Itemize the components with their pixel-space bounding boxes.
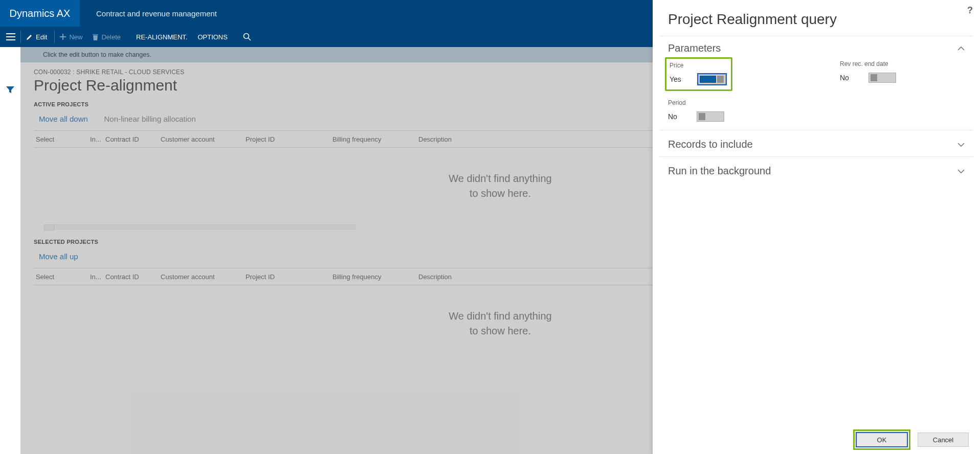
price-label: Price (670, 62, 726, 69)
revrec-label: Rev rec. end date (840, 60, 896, 67)
delete-button[interactable]: Delete (87, 27, 126, 47)
col-project[interactable]: Project ID (246, 135, 332, 143)
empty-line1: We didn't find anything (449, 310, 551, 322)
edit-button[interactable]: Edit (21, 27, 52, 47)
revrec-value: No (840, 74, 853, 82)
col-frequency[interactable]: Billing frequency (332, 273, 418, 281)
col-description[interactable]: Description (418, 135, 480, 143)
realignment-tab[interactable]: RE-ALIGNMENT. (131, 27, 192, 47)
col-customer[interactable]: Customer account (161, 135, 246, 143)
search-button[interactable] (238, 27, 256, 47)
divider (660, 156, 973, 157)
new-label: New (69, 33, 82, 41)
chevron-up-icon (957, 46, 965, 51)
filter-icon[interactable] (6, 86, 15, 94)
parameters-body: Price Yes Period No Rev (653, 58, 980, 128)
background-title: Run in the background (668, 165, 957, 177)
col-in[interactable]: In... (90, 135, 105, 143)
plus-icon (60, 34, 66, 40)
edit-label: Edit (36, 33, 47, 41)
empty-line2: to show here. (470, 325, 531, 337)
new-button[interactable]: New (55, 27, 87, 47)
trash-icon (93, 34, 98, 40)
flyout-panel: ? Project Realignment query Parameters P… (653, 0, 980, 454)
brand: Dynamics AX (0, 0, 80, 27)
nonlinear-link[interactable]: Non-linear billing allocation (104, 115, 196, 123)
flyout-title: Project Realignment query (653, 0, 980, 36)
price-toggle[interactable] (698, 74, 726, 84)
price-highlight: Price Yes (665, 57, 732, 91)
col-frequency[interactable]: Billing frequency (332, 135, 418, 143)
search-icon (243, 33, 251, 41)
parameters-title: Parameters (668, 42, 957, 54)
info-text: Click the edit button to make changes. (43, 51, 151, 58)
hamburger-icon[interactable] (3, 27, 18, 47)
col-contract[interactable]: Contract ID (105, 135, 161, 143)
revrec-param: Rev rec. end date No (840, 60, 896, 83)
chevron-down-icon (957, 142, 965, 147)
module-title: Contract and revenue management (80, 9, 217, 18)
price-param: Price Yes (670, 62, 726, 84)
scroll-track[interactable] (54, 224, 356, 230)
col-select[interactable]: Select (34, 135, 90, 143)
period-label: Period (668, 99, 727, 106)
options-tab[interactable]: OPTIONS (192, 27, 233, 47)
delete-label: Delete (101, 33, 121, 41)
col-customer[interactable]: Customer account (161, 273, 246, 281)
move-all-up-link[interactable]: Move all up (39, 252, 78, 261)
resize-handle-icon[interactable] (44, 224, 54, 231)
help-icon[interactable]: ? (967, 5, 973, 16)
records-title: Records to include (668, 139, 957, 150)
chevron-down-icon (957, 169, 965, 174)
period-toggle[interactable] (697, 111, 724, 122)
empty-line1: We didn't find anything (449, 173, 551, 185)
period-value: No (668, 112, 681, 121)
col-description[interactable]: Description (418, 273, 480, 281)
svg-point-0 (243, 34, 249, 39)
empty-line2: to show here. (470, 188, 531, 199)
divider (660, 130, 973, 130)
price-value: Yes (670, 75, 683, 83)
col-contract[interactable]: Contract ID (105, 273, 161, 281)
ok-button[interactable]: OK (856, 433, 907, 447)
col-project[interactable]: Project ID (246, 273, 332, 281)
background-header[interactable]: Run in the background (653, 159, 980, 181)
parameters-header[interactable]: Parameters (653, 36, 980, 58)
ok-highlight: OK (853, 429, 910, 450)
records-header[interactable]: Records to include (653, 132, 980, 154)
period-param: Period No (668, 99, 727, 122)
cancel-button[interactable]: Cancel (918, 433, 969, 447)
col-select[interactable]: Select (34, 273, 90, 281)
revrec-toggle[interactable] (868, 73, 896, 83)
flyout-footer: OK Cancel (653, 425, 980, 454)
pencil-icon (26, 34, 33, 40)
left-rail (0, 47, 20, 454)
move-all-down-link[interactable]: Move all down (39, 115, 88, 123)
col-in[interactable]: In... (90, 273, 105, 281)
